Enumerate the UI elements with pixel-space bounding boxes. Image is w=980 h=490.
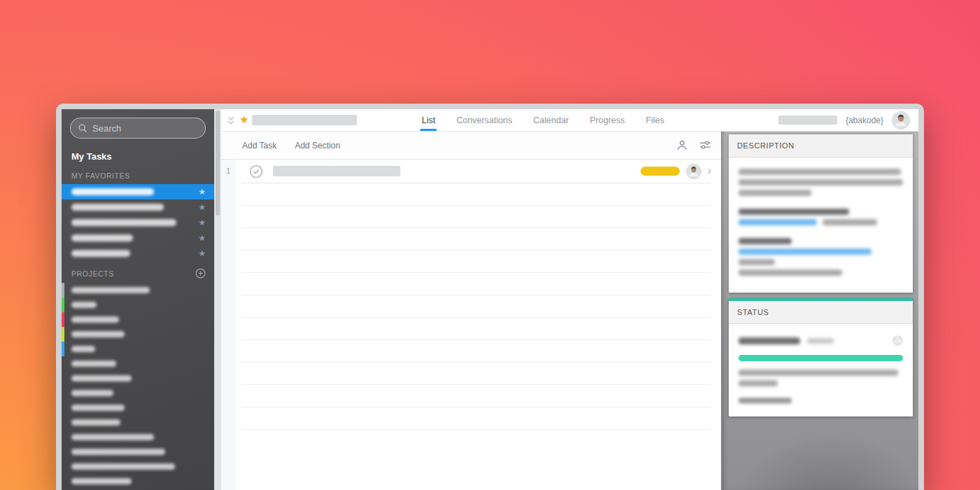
status-emoji-icon[interactable] bbox=[892, 335, 903, 346]
empty-task-row[interactable] bbox=[241, 206, 711, 228]
sidebar-project-item[interactable] bbox=[62, 312, 214, 327]
description-text-redacted bbox=[738, 270, 842, 276]
description-line-redacted bbox=[738, 179, 903, 186]
assignee-person-icon[interactable] bbox=[676, 139, 688, 151]
task-detail-chevron-icon[interactable]: › bbox=[708, 165, 711, 176]
description-text-redacted bbox=[822, 219, 877, 225]
tab-conversations[interactable]: Conversations bbox=[456, 109, 512, 131]
tab-list[interactable]: List bbox=[421, 109, 435, 131]
empty-task-row[interactable] bbox=[241, 340, 711, 363]
status-line-redacted bbox=[738, 370, 903, 376]
tab-files[interactable]: Files bbox=[646, 109, 664, 131]
description-link-redacted[interactable] bbox=[738, 248, 872, 255]
favorite-label-redacted bbox=[71, 234, 133, 241]
sidebar-favorite-item[interactable]: ★ bbox=[62, 215, 214, 230]
account-avatar[interactable] bbox=[892, 111, 910, 130]
text-gap bbox=[738, 230, 903, 238]
sidebar-project-item[interactable] bbox=[62, 386, 214, 400]
sidebar-favorite-item[interactable]: ★ bbox=[62, 200, 214, 215]
description-line-redacted bbox=[738, 270, 903, 276]
add-task-button[interactable]: Add Task bbox=[242, 141, 276, 150]
tabs: ListConversationsCalendarProgressFiles bbox=[421, 109, 664, 131]
project-color-bar bbox=[62, 342, 64, 356]
tab-progress[interactable]: Progress bbox=[590, 109, 625, 131]
project-label-redacted bbox=[71, 434, 154, 440]
sidebar-project-item[interactable] bbox=[62, 356, 214, 371]
favorite-label-redacted bbox=[71, 188, 154, 195]
empty-task-row[interactable] bbox=[241, 407, 711, 430]
favorite-star-icon[interactable]: ★ bbox=[198, 188, 206, 196]
search-input[interactable]: Search bbox=[70, 118, 206, 139]
empty-task-row[interactable] bbox=[241, 183, 711, 206]
sidebar-project-item[interactable] bbox=[62, 444, 214, 459]
status-text-redacted bbox=[738, 380, 778, 386]
description-link-redacted[interactable] bbox=[738, 219, 817, 225]
sidebar-project-item[interactable] bbox=[62, 342, 214, 356]
project-favorite-star-icon[interactable]: ★ bbox=[239, 114, 248, 125]
project-color-bar bbox=[62, 312, 64, 327]
project-label-redacted bbox=[71, 287, 150, 293]
empty-task-row[interactable] bbox=[241, 295, 711, 318]
favorite-star-icon[interactable]: ★ bbox=[198, 203, 206, 211]
task-title-redacted bbox=[273, 166, 400, 176]
task-tag-pill[interactable] bbox=[640, 167, 680, 176]
favorite-star-icon[interactable]: ★ bbox=[198, 218, 206, 227]
description-text-redacted bbox=[738, 238, 792, 244]
description-line-redacted bbox=[738, 248, 903, 255]
collapse-sidebar-icon[interactable] bbox=[227, 115, 235, 125]
sidebar-project-item[interactable] bbox=[62, 327, 214, 342]
project-title-redacted bbox=[252, 115, 357, 125]
row-number-gutter bbox=[221, 132, 235, 490]
add-section-button[interactable]: Add Section bbox=[295, 141, 340, 150]
project-label-redacted bbox=[71, 375, 132, 382]
description-line-redacted bbox=[738, 209, 903, 215]
description-line-redacted bbox=[738, 259, 903, 265]
description-card: DESCRIPTION bbox=[729, 134, 913, 293]
empty-task-rows bbox=[221, 183, 721, 430]
sidebar-favorite-item[interactable]: ★ bbox=[62, 184, 214, 200]
task-complete-check-icon[interactable] bbox=[249, 164, 263, 178]
description-title: DESCRIPTION bbox=[737, 141, 794, 150]
sidebar-item-my-tasks[interactable]: My Tasks bbox=[62, 146, 214, 164]
project-color-bar bbox=[62, 327, 64, 342]
empty-task-row[interactable] bbox=[241, 318, 711, 340]
status-text-redacted bbox=[738, 370, 903, 386]
sidebar-project-item[interactable] bbox=[62, 430, 214, 444]
status-author-redacted bbox=[738, 337, 800, 344]
project-label-redacted bbox=[71, 478, 132, 484]
text-gap bbox=[738, 200, 903, 209]
sidebar-project-item[interactable] bbox=[62, 298, 214, 312]
tab-calendar[interactable]: Calendar bbox=[533, 109, 569, 131]
task-row[interactable]: › bbox=[241, 160, 711, 183]
description-line-redacted bbox=[738, 190, 903, 196]
task-assignee-avatar[interactable] bbox=[686, 164, 701, 179]
sidebar-project-item[interactable] bbox=[62, 371, 214, 386]
filter-sliders-icon[interactable] bbox=[699, 139, 711, 151]
account-name[interactable]: {abakode} bbox=[846, 115, 883, 125]
sidebar-scrollbar[interactable] bbox=[214, 109, 221, 490]
project-label-redacted bbox=[71, 331, 125, 337]
sidebar-favorite-item[interactable]: ★ bbox=[62, 230, 214, 246]
sidebar-project-item[interactable] bbox=[62, 400, 214, 415]
favorite-star-icon[interactable]: ★ bbox=[198, 249, 206, 258]
empty-task-row[interactable] bbox=[241, 363, 711, 385]
empty-task-row[interactable] bbox=[241, 273, 711, 295]
sidebar-project-item[interactable] bbox=[62, 474, 214, 489]
sidebar-project-item[interactable] bbox=[62, 459, 214, 474]
sidebar-scrollbar-thumb[interactable] bbox=[216, 111, 220, 216]
description-card-body[interactable] bbox=[729, 158, 913, 293]
sidebar-favorite-item[interactable]: ★ bbox=[62, 246, 214, 261]
empty-task-row[interactable] bbox=[241, 251, 711, 273]
project-label-redacted bbox=[71, 390, 113, 396]
sidebar-project-item[interactable] bbox=[62, 283, 214, 298]
sidebar-project-item[interactable] bbox=[62, 415, 214, 430]
status-card-header: STATUS bbox=[729, 301, 913, 324]
update-status-link-redacted[interactable] bbox=[738, 398, 792, 404]
task-detail-pane: DESCRIPTION STATUS bbox=[721, 132, 918, 490]
description-text-redacted bbox=[738, 179, 903, 186]
add-project-icon[interactable] bbox=[195, 268, 206, 279]
empty-task-row[interactable] bbox=[241, 385, 711, 407]
favorite-star-icon[interactable]: ★ bbox=[198, 234, 206, 242]
description-text-redacted bbox=[738, 190, 811, 196]
empty-task-row[interactable] bbox=[241, 228, 711, 251]
